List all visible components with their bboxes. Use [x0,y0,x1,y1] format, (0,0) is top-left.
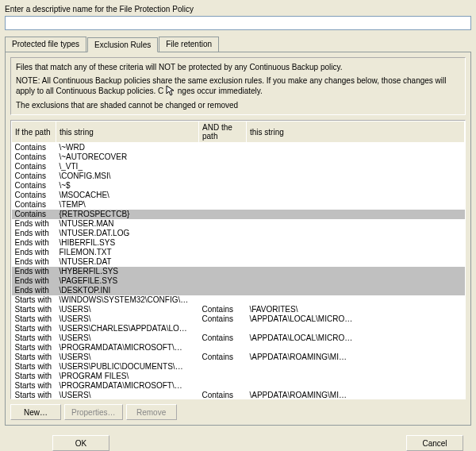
tab-protected-file-types[interactable]: Protected file types [5,37,86,52]
table-row[interactable]: Starts with\PROGRAM FILES\ [12,372,465,381]
tab-exclusion-rules[interactable]: Exclusion Rules [87,37,158,52]
cell [247,372,465,381]
exclusion-table-container: If the path this string AND the path thi… [10,120,466,399]
table-row[interactable]: Contains{RETROSPECTCB} [12,210,465,219]
table-row[interactable]: Ends with\HIBERFIL.SYS [12,238,465,248]
cell: Contains [12,143,56,153]
cell [199,248,247,257]
cell [199,210,247,219]
cell: Ends with [12,229,56,238]
properties-button[interactable]: Properties… [64,404,123,420]
cell [199,229,247,238]
cell [247,295,465,305]
table-row[interactable]: Starts with\USERS\Contains\APPDATA\LOCAL… [12,314,465,324]
table-row[interactable]: Ends with\PAGEFILE.SYS [12,276,465,286]
exclusion-table[interactable]: If the path this string AND the path thi… [11,121,465,399]
cell: Contains [12,191,56,200]
cancel-button[interactable]: Cancel [406,435,463,451]
cell: Ends with [12,276,56,286]
col-this-string-1[interactable]: this string [56,121,199,143]
cell: \APPDATA\LOCAL\MICRO… [247,314,465,324]
table-row[interactable]: Starts with\USERS\Contains\APPDATA\ROAMI… [12,353,465,362]
note-suffix: nges occur immediately. [178,87,263,95]
table-row[interactable]: Starts with\WINDOWS\SYSTEM32\CONFIG\… [12,295,465,305]
table-row[interactable]: Ends withFILEMON.TXT [12,248,465,257]
table-row[interactable]: Starts with\USERS\Contains\FAVORITES\ [12,305,465,314]
cell: \USERS\ [56,333,199,343]
tab-strip: Protected file types Exclusion Rules Fil… [5,37,471,52]
cell: \DESKTOP.INI [56,286,199,295]
cell: Starts with [12,295,56,305]
table-buttons: New… Properties… Remove [10,404,466,420]
table-row[interactable]: Contains\CONFIG.MSI\ [12,172,465,181]
cell [199,343,247,353]
file-protection-dialog: Enter a descriptive name for the File Pr… [0,0,476,451]
col-and-path[interactable]: AND the path [199,121,247,143]
cell [199,324,247,333]
cell: Contains [199,314,247,324]
cell [247,257,465,267]
cell: \NTUSER.DAT.LOG [56,229,199,238]
cell [199,362,247,372]
cell: \CONFIG.MSI\ [56,172,199,181]
cell [247,324,465,333]
cell [247,219,465,229]
cell [247,162,465,172]
policy-name-input[interactable] [5,16,471,30]
new-button[interactable]: New… [10,404,61,420]
cell: Contains [12,152,56,162]
cell: \APPDATA\LOCAL\MICRO… [247,333,465,343]
table-row[interactable]: Ends with\DESKTOP.INI [12,286,465,295]
cell: \PROGRAMDATA\MICROSOFT\… [56,343,199,353]
cell: \PROGRAMDATA\MICROSOFT\… [56,381,199,391]
cell: Contains [199,305,247,314]
table-row[interactable]: Ends with\NTUSER.MAN [12,219,465,229]
cell [247,248,465,257]
cell: \NTUSER.DAT [56,257,199,267]
cell: \USERS\PUBLIC\DOCUMENTS\… [56,362,199,372]
table-row[interactable]: Starts with\USERS\Contains\APPDATA\LOCAL… [12,333,465,343]
cell: Starts with [12,372,56,381]
ok-button[interactable]: OK [52,435,109,451]
cell [199,372,247,381]
cell [199,219,247,229]
tabs-area: Protected file types Exclusion Rules Fil… [5,37,471,426]
table-row[interactable]: Starts with\USERS\Contains\APPDATA\ROAMI… [12,391,465,399]
col-this-string-2[interactable]: this string [247,121,465,143]
table-row[interactable]: Contains\~WRD [12,143,465,153]
cell: Contains [12,200,56,210]
table-row[interactable]: Starts with\PROGRAMDATA\MICROSOFT\… [12,343,465,353]
table-row[interactable]: Ends with\HYBERFIL.SYS [12,267,465,276]
cell [247,181,465,191]
cell: Contains [12,162,56,172]
col-if-path[interactable]: If the path [12,121,56,143]
table-row[interactable]: Contains\~$ [12,181,465,191]
cell [199,143,247,153]
table-row[interactable]: Starts with\PROGRAMDATA\MICROSOFT\… [12,381,465,391]
cell: \HYBERFIL.SYS [56,267,199,276]
table-row[interactable]: Ends with\NTUSER.DAT.LOG [12,229,465,238]
table-row[interactable]: Starts with\USERS\PUBLIC\DOCUMENTS\… [12,362,465,372]
cell [247,276,465,286]
table-row[interactable]: Contains\MSOCACHE\ [12,191,465,200]
tab-file-retention[interactable]: File retention [159,37,219,52]
remove-button[interactable]: Remove [126,404,177,420]
tab-content: Files that match any of these criteria w… [5,52,471,426]
info-note: NOTE: All Continuous Backup policies sha… [16,76,460,98]
cell: Ends with [12,257,56,267]
cell: \~WRD [56,143,199,153]
cell [199,181,247,191]
cell: \APPDATA\ROAMING\MI… [247,353,465,362]
table-row[interactable]: Ends with\NTUSER.DAT [12,257,465,267]
table-row[interactable]: Contains\_VTI_ [12,162,465,172]
table-header-row: If the path this string AND the path thi… [12,121,465,143]
cell [199,238,247,248]
table-row[interactable]: Contains\TEMP\ [12,200,465,210]
cell: Starts with [12,333,56,343]
table-row[interactable]: Starts with\USERS\CHARLES\APPDATA\LO… [12,324,465,333]
cell: \USERS\CHARLES\APPDATA\LO… [56,324,199,333]
cell [247,267,465,276]
cell: \~$ [56,181,199,191]
cell: Starts with [12,324,56,333]
table-row[interactable]: Contains\~AUTORECOVER [12,152,465,162]
